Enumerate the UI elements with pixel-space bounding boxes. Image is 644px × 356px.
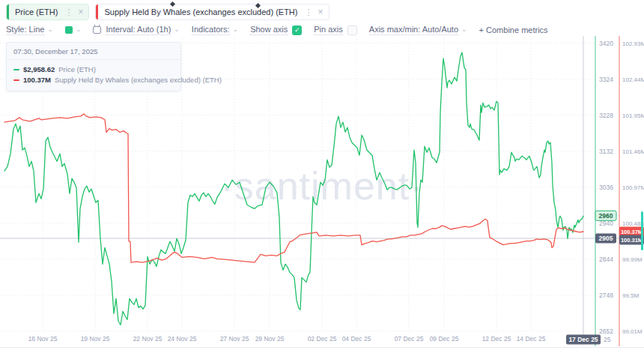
calendar-icon [93,26,101,34]
chevron-down-icon: ⌄ [174,25,180,33]
tooltip-row-supply: 100.37M Supply Held By Whales (exchanges… [13,75,174,85]
combine-metrics-button[interactable]: + Combine metrics [479,25,548,34]
tab-label: Price (ETH) [15,7,58,16]
date-crosshair-badge: 17 Dec 25 [566,335,601,345]
svg-text:3132: 3132 [599,148,613,155]
checkbox-unchecked-icon[interactable] [347,25,357,35]
svg-text:14 Dec 25: 14 Dec 25 [517,335,546,343]
kebab-menu-icon[interactable]: ⋮ [304,7,312,17]
show-axis-toggle[interactable]: Show axis ✓ [250,25,302,35]
chevron-down-icon: ⌄ [461,25,467,33]
tab-label: Supply Held By Whales (exchanges exclude… [104,7,297,16]
series-marker-icon [13,69,19,70]
tab-price-eth[interactable]: Price (ETH) ⋮ × [6,4,89,20]
svg-text:3324: 3324 [599,76,613,83]
interval-dropdown[interactable]: Interval: Auto (1h) ⌄ [93,25,179,35]
svg-text:99.5M: 99.5M [622,292,640,299]
metric-tabs: Price (ETH) ⋮ × Supply Held By Whales (e… [6,4,329,20]
series-marker-icon [13,79,19,81]
price-last-value-badge: 2960 [595,211,616,220]
svg-text:02 Dec 25: 02 Dec 25 [308,335,337,343]
price-axis-labels: 342033243228313230362940284427482652 [599,40,613,335]
svg-text:2905: 2905 [599,235,613,242]
santiment-chart-window: Price (ETH) ⋮ × Supply Held By Whales (e… [0,0,644,356]
price-crosshair-badge: 2905 [595,234,616,244]
svg-text:3420: 3420 [599,40,613,47]
svg-text:09 Dec 25: 09 Dec 25 [430,335,459,343]
chevron-down-icon: ⌄ [47,25,53,33]
svg-text:17 Dec 25: 17 Dec 25 [568,336,598,343]
svg-text:24 Nov 25: 24 Nov 25 [168,335,197,343]
tooltip-timestamp: 07:30, December 17, 2025 [7,43,180,60]
close-icon[interactable]: × [318,7,323,17]
style-dropdown[interactable]: Style: Line ⌄ [6,25,53,35]
tab-accent-bar [96,4,98,19]
axis-maxmin-dropdown[interactable]: Axis max/min: Auto/Auto ⌄ [369,25,467,35]
svg-text:25: 25 [604,336,611,343]
svg-text:3228: 3228 [599,112,613,119]
close-icon[interactable]: × [78,7,83,17]
svg-text:101.95M: 101.95M [622,112,644,119]
date-axis-labels: 16 Nov 2519 Nov 2522 Nov 2524 Nov 2527 N… [28,335,611,343]
svg-text:07 Dec 25: 07 Dec 25 [395,335,424,343]
svg-text:2748: 2748 [599,292,613,299]
svg-text:27 Nov 25: 27 Nov 25 [220,335,249,343]
chart-toolbar: Style: Line ⌄ ⌄ Interval: Auto (1h) ⌄ In… [6,25,548,35]
color-swatch-dropdown[interactable]: ⌄ [65,26,82,34]
svg-text:3036: 3036 [599,184,613,191]
svg-text:2844: 2844 [599,256,613,263]
tab-supply-whales[interactable]: Supply Held By Whales (exchanges exclude… [95,4,329,20]
svg-text:99.01M: 99.01M [622,328,643,335]
svg-text:102.44M: 102.44M [622,76,644,83]
checkbox-checked-icon[interactable]: ✓ [292,25,302,35]
scroll-indicator[interactable] [641,211,643,250]
svg-text:100.37M: 100.37M [621,229,643,235]
chart-tooltip: 07:30, December 17, 2025 $2,958.62 Price… [6,42,181,91]
kebab-menu-icon[interactable]: ⋮ [64,7,73,17]
svg-text:2960: 2960 [599,212,613,220]
tooltip-row-price: $2,958.62 Price (ETH) [13,64,174,75]
svg-text:04 Dec 25: 04 Dec 25 [342,335,371,343]
svg-text:29 Nov 25: 29 Nov 25 [255,335,285,343]
svg-text:16 Nov 25: 16 Nov 25 [28,335,58,343]
chevron-down-icon: ⌄ [233,25,239,33]
color-swatch-icon [65,26,73,34]
svg-text:19 Nov 25: 19 Nov 25 [81,335,110,343]
svg-text:102.93M: 102.93M [622,40,644,47]
pin-axis-toggle[interactable]: Pin axis [314,25,357,35]
svg-text:100.31M: 100.31M [621,237,643,244]
svg-text:22 Nov 25: 22 Nov 25 [133,335,162,343]
indicators-dropdown[interactable]: Indicators: ⌄ [192,25,238,35]
svg-text:99.99M: 99.99M [622,256,643,263]
svg-text:100.48M: 100.48M [622,220,644,227]
supply-axis-labels: 102.93M102.44M101.95M101.46M100.97M100.4… [622,40,644,336]
svg-text:100.97M: 100.97M [622,184,644,191]
tab-accent-bar [7,4,9,19]
svg-text:2652: 2652 [599,328,613,335]
svg-text:12 Dec 25: 12 Dec 25 [482,335,511,343]
supply-crosshair-badge: 100.31M [619,235,644,245]
chevron-down-icon: ⌄ [76,25,82,33]
svg-text:101.46M: 101.46M [622,148,644,155]
